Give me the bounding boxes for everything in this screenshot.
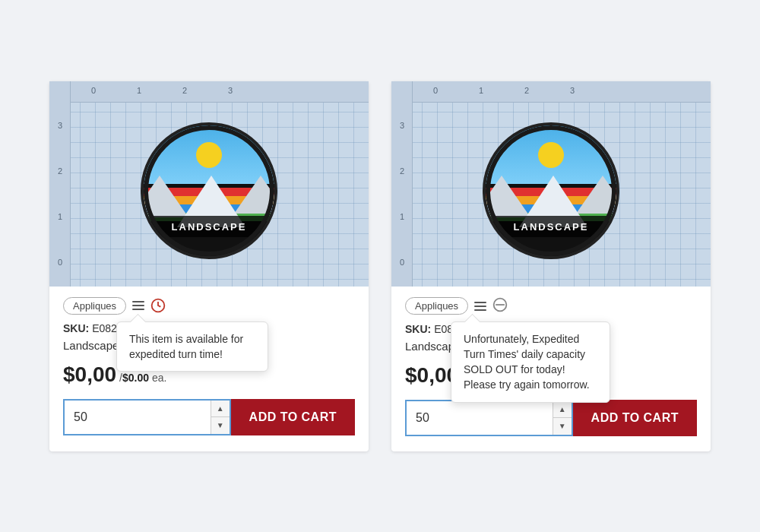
qty-down-left[interactable]: ▼ (211, 417, 230, 434)
no-entry-icon-right[interactable] (492, 297, 508, 315)
qty-spinners-left: ▲ ▼ (211, 401, 230, 434)
clock-icon-left[interactable] (150, 298, 166, 313)
tag-row-left: Appliques This item is available for exp… (63, 297, 355, 315)
tooltip-text-right: Unfortunately, Expedited Turn Times' dai… (464, 333, 590, 391)
patch-outer-ring-left (144, 125, 274, 256)
price-main-left: $0,00 (63, 363, 116, 387)
page-wrapper: 0 1 2 3 3 2 1 0 (0, 51, 760, 482)
ruler-top: 0 1 2 3 (49, 81, 369, 103)
ruler-num-1: 1 (116, 86, 162, 95)
product-image-left: 0 1 2 3 3 2 1 0 (49, 81, 369, 287)
ruler-numbers-left: 3 2 1 0 (51, 103, 69, 287)
price-sub-left: /$0.00 ea. (119, 372, 166, 384)
tooltip-right: Unfortunately, Expedited Turn Times' dai… (451, 321, 610, 403)
ruler-numbers-top: 0 1 2 3 (71, 86, 369, 95)
ruler-num-rv-0: 0 (393, 239, 411, 285)
product-info-right: Appliques Unfortunately, Expedited Turn … (391, 287, 711, 388)
sku-label-right: SKU: (405, 323, 431, 335)
price-ea-left: $0.00 (122, 372, 149, 384)
ruler-num-r-3: 3 (549, 86, 595, 95)
ruler-left: 3 2 1 0 (49, 81, 71, 287)
ruler-num-r-1: 1 (458, 86, 504, 95)
product-card-right: 0 1 2 3 3 2 1 0 (391, 81, 711, 451)
qty-wrapper-left: ▲ ▼ (63, 399, 231, 435)
qty-down-right[interactable]: ▼ (553, 418, 572, 435)
qty-up-right[interactable]: ▲ (553, 401, 572, 418)
qty-spinners-right: ▲ ▼ (553, 401, 572, 435)
ruler-num-rv-1: 1 (393, 194, 411, 239)
qty-input-left[interactable] (65, 401, 211, 434)
tooltip-left: This item is available for expedited tur… (116, 321, 268, 372)
ruler-num-v-0: 0 (51, 239, 69, 285)
lines-icon-left[interactable] (132, 301, 144, 310)
tooltip-text-left: This item is available for expedited tur… (129, 333, 243, 360)
product-image-right: 0 1 2 3 3 2 1 0 (391, 81, 711, 287)
qty-wrapper-right: ▲ ▼ (405, 400, 573, 436)
ruler-num-3: 3 (207, 86, 253, 95)
patch-outer-ring-right (486, 125, 616, 256)
qty-up-left[interactable]: ▲ (211, 401, 230, 417)
ruler-num-v-2: 2 (51, 148, 69, 194)
add-to-cart-button-left[interactable]: ADD TO CART (231, 399, 355, 435)
ruler-num-v-3: 3 (51, 103, 69, 148)
tag-appliques-right: Appliques (405, 297, 468, 315)
lines-icon-right[interactable] (474, 302, 486, 311)
qty-input-right[interactable] (407, 401, 553, 435)
product-info-left: Appliques This item is available for exp… (49, 287, 369, 387)
patch-left: LANDSCAPE (141, 122, 277, 259)
ruler-num-rv-3: 3 (393, 103, 411, 148)
add-to-cart-row-right: ▲ ▼ ADD TO CART (391, 400, 711, 436)
ruler-num-v-1: 1 (51, 194, 69, 239)
add-to-cart-button-right[interactable]: ADD TO CART (573, 400, 697, 436)
ruler-numbers-left-r: 3 2 1 0 (393, 103, 411, 287)
tag-appliques-left: Appliques (63, 297, 126, 315)
ruler-top-r: 0 1 2 3 (391, 81, 711, 103)
add-to-cart-row-left: ▲ ▼ ADD TO CART (49, 399, 369, 435)
tag-row-right: Appliques Unfortunately, Expedited Turn … (405, 297, 697, 315)
ruler-num-rv-2: 2 (393, 148, 411, 194)
sku-label-left: SKU: (63, 322, 89, 334)
ruler-left-r: 3 2 1 0 (391, 81, 413, 287)
ruler-num-r-2: 2 (504, 86, 549, 95)
ruler-num-r-0: 0 (413, 86, 458, 95)
patch-right: LANDSCAPE (483, 122, 619, 259)
ruler-numbers-top-r: 0 1 2 3 (413, 86, 711, 95)
ruler-num-0: 0 (71, 86, 116, 95)
product-card-left: 0 1 2 3 3 2 1 0 (49, 81, 369, 451)
ruler-num-2: 2 (162, 86, 207, 95)
